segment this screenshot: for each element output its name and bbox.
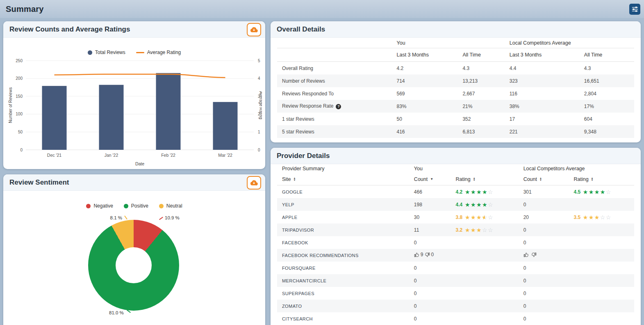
provider-details-card: Provider Details Provider SummaryYouLoca… — [271, 148, 641, 325]
filter-button[interactable] — [629, 4, 640, 15]
topbar: Summary — [0, 0, 644, 18]
cell-value: 221 — [510, 129, 584, 135]
star-empty-icon: ☆ — [605, 214, 611, 220]
sort-header-count[interactable]: Count▲▼ — [523, 176, 574, 182]
legend-label: Total Reviews — [95, 50, 125, 55]
group-header-you: You — [414, 166, 523, 172]
thumbs-down-count: 0 — [431, 252, 434, 257]
cell-value: 9,348 — [584, 129, 629, 135]
star-empty-icon: ☆ — [487, 214, 493, 220]
row-label: Reviews Responded To — [282, 91, 397, 97]
download-chart-button[interactable] — [247, 23, 261, 36]
svg-text:1: 1 — [258, 130, 260, 134]
svg-text:50: 50 — [18, 130, 23, 134]
star-empty-icon: ☆ — [487, 189, 493, 195]
svg-text:Jan '22: Jan '22 — [105, 153, 118, 158]
row-label: 1 star Reviews — [282, 116, 397, 122]
neutral-marker — [159, 204, 164, 208]
svg-text:Dec '21: Dec '21 — [47, 153, 61, 158]
group-header-you: You — [397, 40, 510, 46]
star-icon: ★ — [476, 214, 482, 220]
thumb-down-icon — [425, 252, 430, 257]
thumbs-rating — [523, 252, 538, 257]
sort-header-rating[interactable]: Rating▲▼ — [573, 176, 629, 182]
table-row: ZOMATO00 — [277, 300, 634, 312]
total-reviews-marker — [88, 50, 92, 55]
column-header: Last 3 Months — [397, 52, 463, 58]
competitors-count-cell: 0 — [523, 202, 574, 208]
legend-item-positive[interactable]: Positive — [124, 202, 148, 210]
you-count-cell: 198 — [414, 202, 456, 208]
site-name: APPLE — [282, 215, 414, 220]
reviews-combo-chart: 050100150200250012345Dec '21Jan '22Feb '… — [3, 56, 265, 169]
svg-text:Feb '22: Feb '22 — [161, 153, 175, 158]
table-row: YELP1984.4★★★★☆0 — [277, 198, 634, 211]
cell-value: 116 — [510, 91, 584, 97]
legend-item-average-rating[interactable]: Average Rating — [136, 48, 181, 56]
sort-header-count[interactable]: Count▼ — [414, 176, 456, 182]
cell-value: 16,651 — [584, 78, 629, 84]
cell-value: 569 — [397, 91, 463, 97]
svg-text:Average Rating: Average Rating — [259, 91, 262, 120]
group-header-competitors: Local Competitors Average — [523, 166, 629, 172]
cell-value: 21% — [462, 104, 509, 109]
help-icon[interactable]: ? — [336, 104, 341, 109]
group-header-provider-summary: Provider Summary — [282, 166, 414, 172]
svg-text:100: 100 — [16, 112, 23, 116]
table-row: FOURSQUARE00 — [277, 262, 634, 274]
competitors-count-cell: 0 — [523, 227, 574, 233]
you-count-cell: 0 — [414, 278, 456, 284]
reviews-chart-legend: Total Reviews Average Rating — [3, 38, 265, 56]
you-rating-cell: 4.2★★★★☆ — [455, 189, 523, 195]
cloud-download-icon — [250, 27, 258, 33]
star-icon: ★ — [464, 202, 470, 208]
competitors-count-cell: 0 — [523, 291, 574, 296]
neutral-slice-label: 8.1 % — [104, 215, 122, 220]
site-name: CITYSEARCH — [282, 316, 414, 321]
thumbs-rating: 90 — [414, 252, 434, 257]
star-rating: 3.8★★★☆★☆ — [455, 214, 493, 220]
provider-details-card-header: Provider Details — [271, 148, 641, 164]
svg-text:250: 250 — [16, 59, 23, 63]
provider-details-table: Provider SummaryYouLocal Competitors Ave… — [277, 164, 634, 325]
review-sentiment-card: Review Sentiment Negative Positive Neutr… — [3, 174, 265, 325]
you-count-cell: 0 — [414, 291, 456, 296]
legend-label: Average Rating — [147, 50, 181, 55]
legend-item-neutral[interactable]: Neutral — [159, 202, 182, 210]
neutral-leader-line — [124, 215, 127, 219]
legend-item-total-reviews[interactable]: Total Reviews — [88, 48, 125, 56]
svg-text:200: 200 — [16, 76, 23, 81]
overall-details-card: Overall Details YouLocal Competitors Ave… — [271, 21, 641, 142]
competitors-count-cell: 0 — [523, 265, 574, 271]
overall-details-title: Overall Details — [277, 25, 325, 34]
table-row: FACEBOOK RECOMMENDATIONS90 — [277, 249, 634, 262]
cell-value: 604 — [584, 116, 629, 122]
star-icon: ★ — [482, 202, 487, 208]
sort-header-site[interactable]: Site▲▼ — [282, 176, 414, 182]
table-row: Reviews Responded To5692,6671162,804 — [277, 87, 634, 100]
positive-slice-label: 81.0 % — [109, 310, 124, 315]
thumb-up-icon — [414, 252, 419, 257]
cell-value: 2,667 — [462, 91, 509, 97]
star-rating: 4.4★★★★☆ — [455, 202, 493, 208]
thumbs-up-count: 9 — [421, 252, 423, 257]
sentiment-legend: Negative Positive Neutral — [3, 191, 265, 210]
cell-value: 4.3 — [584, 65, 629, 71]
legend-item-negative[interactable]: Negative — [86, 202, 113, 210]
star-icon: ★ — [476, 202, 482, 208]
svg-text:0: 0 — [258, 148, 260, 152]
cell-value: 38% — [510, 104, 584, 109]
competitors-count-cell: 0 — [523, 278, 574, 284]
star-icon: ★ — [482, 189, 487, 195]
table-row: TRIPADVISOR113.2★★★☆☆0 — [277, 223, 634, 236]
provider-column-header-row: Site▲▼Count▼Rating▲▼Count▲▼Rating▲▼ — [277, 173, 634, 185]
download-sentiment-button[interactable] — [247, 176, 261, 190]
svg-text:5: 5 — [258, 59, 260, 63]
row-label: Review Response Rate? — [282, 103, 397, 109]
you-count-cell: 0 — [414, 303, 456, 309]
reviews-chart-svg: 050100150200250012345Dec '21Jan '22Feb '… — [7, 56, 262, 168]
cell-value: 6,813 — [462, 129, 509, 135]
you-count-cell: 0 — [414, 316, 456, 322]
cell-value: 2,804 — [584, 91, 629, 97]
sort-header-rating[interactable]: Rating▲▼ — [455, 176, 523, 182]
